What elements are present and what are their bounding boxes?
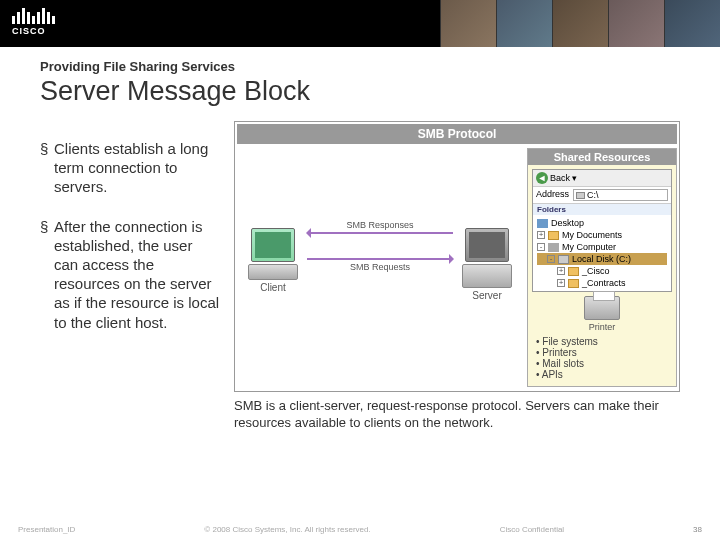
footer-confidential: Cisco Confidential [500,525,564,534]
desktop-icon [537,219,548,228]
requests-label: SMB Requests [307,262,453,272]
responses-label: SMB Responses [307,220,453,230]
address-label: Address [536,189,569,201]
client-icon: Client [245,228,301,293]
collapse-icon[interactable]: - [547,255,555,263]
disk-icon [576,192,585,199]
diagram-title: SMB Protocol [237,124,677,144]
resource-item: Printers [536,347,668,358]
header-bar: CISCO [0,0,720,47]
slide-content: Providing File Sharing Services Server M… [0,47,720,432]
resource-item: APIs [536,369,668,380]
collapse-icon[interactable]: - [537,243,545,251]
server-icon: Server [459,228,515,301]
tree-item-mydocs[interactable]: +My Documents [537,229,667,241]
responses-arrow: SMB Responses [307,232,453,234]
tree-item-mycomp[interactable]: -My Computer [537,241,667,253]
bullet-item: After the connection is established, the… [40,217,220,332]
slide-kicker: Providing File Sharing Services [40,59,680,74]
shared-resources-panel: Shared Resources ◄ Back ▾ Address [527,148,677,387]
back-arrow-icon: ◄ [536,172,548,184]
cisco-logo: CISCO [12,4,55,36]
requests-arrow: SMB Requests [307,258,453,260]
server-label: Server [459,290,515,301]
footer-presentation-id: Presentation_ID [18,525,75,534]
shared-resources-title: Shared Resources [528,149,676,165]
printer-icon [584,296,620,320]
tree-item-localdisk[interactable]: -Local Disk (C:) [537,253,667,265]
bullet-column: Clients establish a long term connection… [40,121,220,432]
header-photo-strip [440,0,720,47]
address-field[interactable]: C:\ [573,189,668,201]
tree-item-cisco[interactable]: +_Cisco [537,265,667,277]
bullet-item: Clients establish a long term connection… [40,139,220,197]
slide-title: Server Message Block [40,76,680,107]
computer-icon [548,243,559,252]
tree-item-desktop[interactable]: Desktop [537,217,667,229]
diagram-column: SMB Protocol Client Server [234,121,680,432]
resource-item: Mail slots [536,358,668,369]
footer-copyright: © 2008 Cisco Systems, Inc. All rights re… [204,525,370,534]
dropdown-icon: ▾ [572,173,577,183]
back-label: Back [550,173,570,183]
client-label: Client [245,282,301,293]
back-button[interactable]: ◄ Back ▾ [536,172,577,184]
address-value: C:\ [587,190,599,200]
folder-icon [548,231,559,240]
expand-icon[interactable]: + [537,231,545,239]
folder-icon [568,267,579,276]
slide-footer: Presentation_ID © 2008 Cisco Systems, In… [0,525,720,534]
page-number: 38 [693,525,702,534]
folders-section-header: Folders [533,204,671,215]
resource-list: File systems Printers Mail slots APIs [536,336,668,380]
folder-icon [568,279,579,288]
tree-item-contracts[interactable]: +_Contracts [537,277,667,289]
expand-icon[interactable]: + [557,279,565,287]
diagram-caption: SMB is a client-server, request-response… [234,398,680,432]
diagram-frame: SMB Protocol Client Server [234,121,680,392]
disk-icon [558,255,569,264]
logo-text: CISCO [12,26,55,36]
printer-label: Printer [528,322,676,332]
folder-tree: Desktop +My Documents -My Computer -Loca… [533,215,671,291]
diagram-network: Client Server SMB Responses [237,148,523,348]
explorer-window: ◄ Back ▾ Address C:\ [532,169,672,292]
expand-icon[interactable]: + [557,267,565,275]
resource-item: File systems [536,336,668,347]
